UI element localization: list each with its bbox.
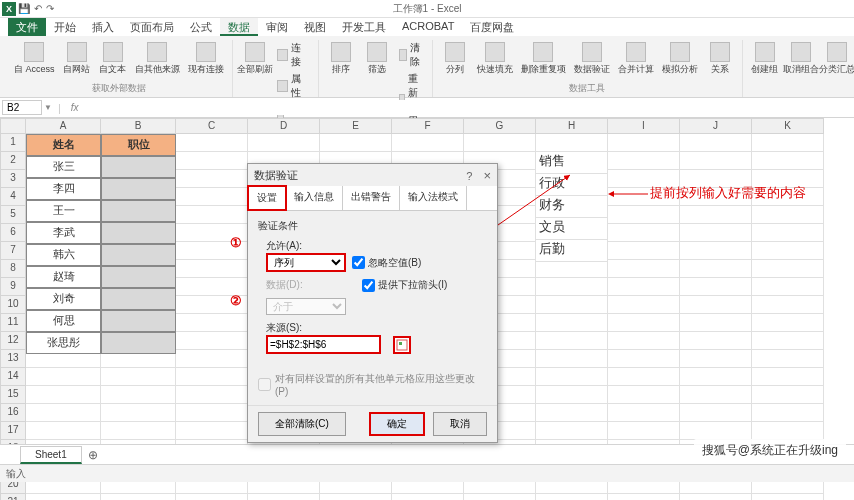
name-cell[interactable]: 李武	[26, 222, 101, 244]
row-header-9[interactable]: 9	[0, 278, 26, 296]
cell[interactable]	[101, 404, 176, 422]
name-cell[interactable]: 韩六	[26, 244, 101, 266]
select-all-corner[interactable]	[0, 118, 26, 134]
cell[interactable]	[680, 224, 752, 242]
cell[interactable]	[608, 314, 680, 332]
row-header-21[interactable]: 21	[0, 494, 26, 500]
position-cell[interactable]	[101, 288, 176, 310]
tab-data[interactable]: 数据	[220, 18, 258, 36]
cell[interactable]	[320, 494, 392, 500]
row-header-6[interactable]: 6	[0, 224, 26, 242]
position-cell[interactable]	[101, 222, 176, 244]
position-cell[interactable]	[101, 200, 176, 222]
cell[interactable]	[680, 206, 752, 224]
row-header-14[interactable]: 14	[0, 368, 26, 386]
cell[interactable]	[536, 350, 608, 368]
position-cell[interactable]	[101, 332, 176, 354]
col-header-G[interactable]: G	[464, 118, 536, 134]
cell[interactable]	[752, 134, 824, 152]
row-header-8[interactable]: 8	[0, 260, 26, 278]
cell[interactable]	[608, 350, 680, 368]
cell[interactable]	[176, 386, 248, 404]
formula-input[interactable]	[83, 100, 854, 115]
tab-formula[interactable]: 公式	[182, 18, 220, 36]
cell[interactable]	[752, 404, 824, 422]
cell[interactable]	[248, 494, 320, 500]
btn-connections[interactable]: 连接	[275, 40, 312, 70]
btn-validation[interactable]: 数据验证	[572, 40, 612, 78]
cell[interactable]	[608, 404, 680, 422]
list-value-cell[interactable]: 行政	[536, 174, 608, 196]
cell[interactable]	[26, 494, 101, 500]
cell[interactable]	[176, 404, 248, 422]
apply-all-checkbox[interactable]: 对有同样设置的所有其他单元格应用这些更改(P)	[258, 372, 487, 397]
btn-access[interactable]: 自 Access	[12, 40, 57, 78]
cell[interactable]	[176, 206, 248, 224]
cell[interactable]	[536, 422, 608, 440]
ok-button[interactable]: 确定	[369, 412, 425, 436]
cell[interactable]	[176, 332, 248, 350]
cell[interactable]	[608, 332, 680, 350]
cell[interactable]	[608, 494, 680, 500]
cell[interactable]	[392, 134, 464, 152]
cell[interactable]	[752, 350, 824, 368]
btn-properties[interactable]: 属性	[275, 71, 312, 101]
list-value-cell[interactable]: 文员	[536, 218, 608, 240]
cell[interactable]	[680, 260, 752, 278]
cell[interactable]	[176, 170, 248, 188]
position-cell[interactable]	[101, 178, 176, 200]
position-cell[interactable]	[101, 244, 176, 266]
btn-subtotal[interactable]: 分类汇总	[821, 40, 853, 101]
cell[interactable]	[608, 296, 680, 314]
cell[interactable]	[680, 350, 752, 368]
cell[interactable]	[320, 134, 392, 152]
col-header-E[interactable]: E	[320, 118, 392, 134]
name-cell[interactable]: 赵琦	[26, 266, 101, 288]
cell[interactable]	[176, 350, 248, 368]
row-header-2[interactable]: 2	[0, 152, 26, 170]
clear-all-button[interactable]: 全部清除(C)	[258, 412, 346, 436]
cell[interactable]	[608, 260, 680, 278]
cell[interactable]	[26, 386, 101, 404]
cell[interactable]	[536, 278, 608, 296]
cell[interactable]	[680, 404, 752, 422]
col-header-A[interactable]: A	[26, 118, 101, 134]
col-header-J[interactable]: J	[680, 118, 752, 134]
cell[interactable]	[752, 386, 824, 404]
row-header-12[interactable]: 12	[0, 332, 26, 350]
cell[interactable]	[680, 332, 752, 350]
tab-insert[interactable]: 插入	[84, 18, 122, 36]
name-cell[interactable]: 李四	[26, 178, 101, 200]
btn-whatif[interactable]: 模拟分析	[660, 40, 700, 78]
cell[interactable]	[608, 224, 680, 242]
col-header-K[interactable]: K	[752, 118, 824, 134]
tab-view[interactable]: 视图	[296, 18, 334, 36]
cell[interactable]	[536, 404, 608, 422]
btn-clear[interactable]: 清除	[397, 40, 426, 70]
list-value-cell[interactable]: 后勤	[536, 240, 608, 262]
cancel-button[interactable]: 取消	[433, 412, 487, 436]
col-header-I[interactable]: I	[608, 118, 680, 134]
cell[interactable]	[680, 314, 752, 332]
cell[interactable]	[392, 494, 464, 500]
row-header-7[interactable]: 7	[0, 242, 26, 260]
range-picker-icon[interactable]	[393, 336, 411, 354]
row-header-5[interactable]: 5	[0, 206, 26, 224]
cell[interactable]	[680, 134, 752, 152]
cell[interactable]	[536, 134, 608, 152]
cell[interactable]	[464, 494, 536, 500]
ignore-blank-checkbox[interactable]: 忽略空值(B)	[352, 256, 421, 270]
cell[interactable]	[752, 314, 824, 332]
btn-split[interactable]: 分列	[439, 40, 471, 78]
name-cell[interactable]: 张三	[26, 156, 101, 178]
help-icon[interactable]: ?	[466, 170, 472, 182]
cell[interactable]	[26, 368, 101, 386]
position-cell[interactable]	[101, 310, 176, 332]
btn-dedupe[interactable]: 删除重复项	[519, 40, 568, 78]
row-header-4[interactable]: 4	[0, 188, 26, 206]
cell[interactable]	[536, 260, 608, 278]
tab-review[interactable]: 审阅	[258, 18, 296, 36]
table-header[interactable]: 姓名	[26, 134, 101, 156]
cell[interactable]	[608, 386, 680, 404]
cell[interactable]	[752, 296, 824, 314]
